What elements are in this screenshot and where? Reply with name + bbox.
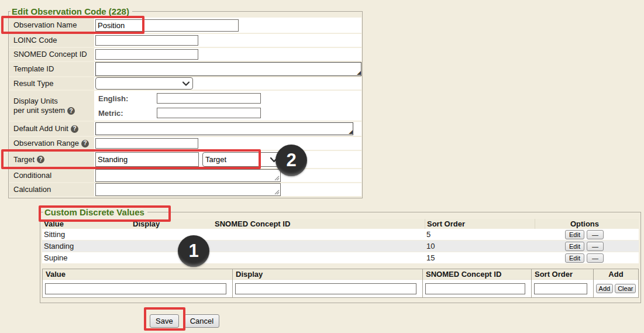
observation-range-input[interactable] xyxy=(95,138,198,149)
template-id-label: Template ID xyxy=(9,62,94,76)
add-snomed-input[interactable] xyxy=(425,283,525,294)
observation-name-input[interactable] xyxy=(95,19,239,32)
custom-discrete-values-legend: Custom Discrete Values xyxy=(43,207,147,217)
help-icon[interactable]: ? xyxy=(37,156,44,163)
save-button[interactable]: Save xyxy=(150,314,179,328)
loinc-code-label: LOINC Code xyxy=(9,34,94,47)
result-type-label: Result Type xyxy=(9,77,94,90)
cancel-button[interactable]: Cancel xyxy=(184,314,219,328)
add-header-snomed: SNOMED Concept ID xyxy=(423,269,531,280)
add-header-add: Add xyxy=(594,269,638,280)
cell-value: Standing xyxy=(42,242,131,250)
table-row: Sitting 5 Edit — xyxy=(42,229,639,241)
add-button[interactable]: Add xyxy=(596,284,614,293)
help-icon[interactable]: ? xyxy=(71,125,78,133)
row-result-type: Result Type xyxy=(9,77,361,90)
snomed-concept-id-label: SNOMED Concept ID xyxy=(9,48,94,61)
header-snomed: SNOMED Concept ID xyxy=(213,219,425,228)
custom-discrete-values-section: Custom Discrete Values Value Display SNO… xyxy=(40,207,641,303)
header-value: Value xyxy=(42,219,131,228)
snomed-concept-id-input[interactable] xyxy=(95,49,198,60)
display-units-label-line2: per unit system? xyxy=(13,106,75,115)
cell-value: Sitting xyxy=(42,230,131,239)
row-target: Target ? Target xyxy=(9,151,361,168)
row-observation-name: Observation Name xyxy=(9,18,361,33)
help-icon[interactable]: ? xyxy=(67,107,75,115)
header-options: Options xyxy=(535,219,634,229)
observation-range-label: Observation Range xyxy=(13,139,79,148)
header-display: Display xyxy=(131,219,213,228)
english-units-label: English: xyxy=(98,94,157,103)
table-row: Supine 15 Edit — xyxy=(42,252,639,264)
row-loinc-code: LOINC Code xyxy=(9,34,361,47)
observation-name-label: Observation Name xyxy=(9,18,94,33)
calculation-label: Calculation xyxy=(9,183,94,196)
row-observation-range: Observation Range ? xyxy=(9,137,361,150)
target-value-input[interactable] xyxy=(95,152,199,167)
add-sort-order-input[interactable] xyxy=(534,283,587,294)
remove-row-button[interactable]: — xyxy=(587,230,604,239)
cell-sort-order: 5 xyxy=(425,230,535,239)
target-label: Target xyxy=(13,155,35,164)
calculation-textarea[interactable] xyxy=(95,183,281,196)
row-display-units: Display Units per unit system? English: … xyxy=(9,91,361,121)
remove-row-button[interactable]: — xyxy=(587,242,604,251)
add-header-display: Display xyxy=(233,269,422,280)
loinc-code-input[interactable] xyxy=(95,35,198,46)
add-header-value: Value xyxy=(43,269,232,280)
default-add-unit-textarea[interactable] xyxy=(95,122,353,135)
target-type-select[interactable]: Target xyxy=(202,152,281,167)
conditional-textarea[interactable] xyxy=(95,169,281,182)
edit-form-legend: Edit Observation Code (228) xyxy=(11,6,132,16)
page: Edit Observation Code (228) Observation … xyxy=(0,0,644,333)
row-snomed-concept-id: SNOMED Concept ID xyxy=(9,48,361,61)
add-value-input[interactable] xyxy=(45,283,226,294)
display-units-label-line1: Display Units xyxy=(13,97,58,106)
row-calculation: Calculation xyxy=(9,183,361,196)
cell-value: Supine xyxy=(42,253,131,262)
cell-sort-order: 15 xyxy=(425,253,535,262)
row-conditional: Conditional xyxy=(9,169,361,182)
template-id-textarea[interactable] xyxy=(95,62,361,76)
help-icon[interactable]: ? xyxy=(81,140,89,147)
edit-row-button[interactable]: Edit xyxy=(565,253,584,263)
row-default-add-unit: Default Add Unit ? ◢ xyxy=(9,122,361,136)
english-units-input[interactable] xyxy=(157,93,261,104)
add-discrete-value-box: Value Display SNOMED Concept ID Sort Ord… xyxy=(42,269,639,298)
form-actions: Save Cancel xyxy=(150,314,219,328)
row-template-id: Template ID ◢ xyxy=(9,62,361,76)
clear-button[interactable]: Clear xyxy=(615,284,636,293)
table-row: Standing 10 Edit — xyxy=(42,241,639,252)
result-type-select[interactable] xyxy=(95,77,193,90)
default-add-unit-label: Default Add Unit xyxy=(13,124,68,133)
discrete-values-header-row: Value Display SNOMED Concept ID Sort Ord… xyxy=(42,219,639,229)
metric-units-label: Metric: xyxy=(98,109,157,118)
edit-row-button[interactable]: Edit xyxy=(565,242,584,251)
cell-sort-order: 10 xyxy=(425,242,535,250)
header-sort-order: Sort Order xyxy=(425,219,535,229)
metric-units-input[interactable] xyxy=(157,108,261,118)
remove-row-button[interactable]: — xyxy=(587,253,604,263)
add-display-input[interactable] xyxy=(235,283,416,294)
edit-observation-code-form: Edit Observation Code (228) Observation … xyxy=(8,6,363,198)
add-header-sort-order: Sort Order xyxy=(532,269,593,280)
conditional-label: Conditional xyxy=(9,169,94,182)
edit-row-button[interactable]: Edit xyxy=(565,230,584,239)
